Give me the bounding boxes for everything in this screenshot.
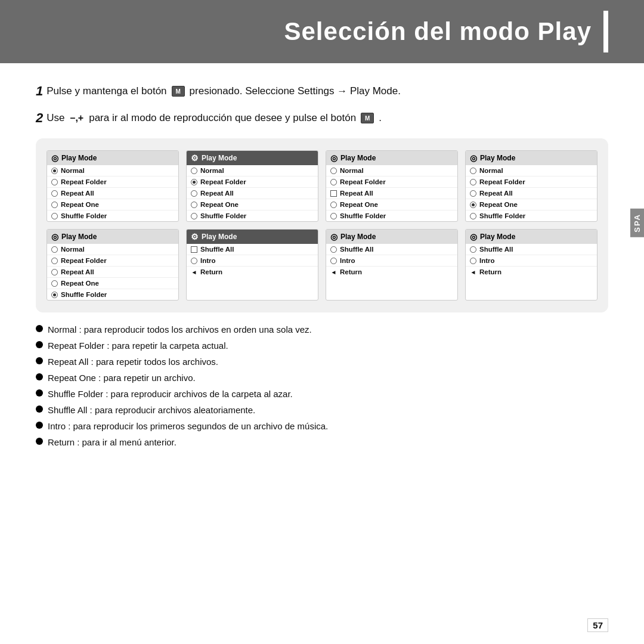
- bullet-dot: [36, 357, 43, 364]
- page-header: Selección del modo Play: [0, 0, 644, 63]
- menu-row-p3-2: Repeat All: [326, 188, 457, 199]
- bullet-dot: [36, 373, 43, 380]
- bullet-item-6: Intro : para reproducir los primeros seg…: [36, 420, 608, 432]
- menu-row-label-p5-2: Repeat All: [61, 268, 94, 275]
- gear-icon: ◎: [330, 153, 338, 163]
- panels-grid: ◎ Play Mode Normal Repeat Folder Repeat …: [36, 138, 608, 312]
- page-title: Selección del modo Play: [284, 17, 592, 46]
- menu-row-label-p7-2: Return: [340, 268, 362, 275]
- menu-row-p1-2: Repeat All: [47, 188, 178, 199]
- menu-panel-p5: ◎ Play Mode Normal Repeat Folder Repeat …: [47, 229, 179, 301]
- menu-row-p5-3: Repeat One: [47, 278, 178, 289]
- menu-row-p3-0: Normal: [326, 165, 457, 177]
- bullet-item-1: Repeat Folder : para repetir la carpeta …: [36, 339, 608, 352]
- menu-panel-p3: ◎ Play Mode Normal Repeat Folder Repeat …: [326, 150, 458, 222]
- menu-row-p1-1: Repeat Folder: [47, 177, 178, 188]
- panel-header-p6: ⚙ Play Mode: [187, 230, 318, 244]
- bullet-list: Normal : para reproducir todos los archi…: [36, 323, 608, 448]
- menu-row-label-p3-4: Shuffle Folder: [340, 212, 386, 219]
- menu-row-p1-0: Normal: [47, 165, 178, 177]
- bullet-dot: [36, 422, 43, 429]
- menu-row-label-p4-1: Repeat Folder: [479, 178, 525, 185]
- menu-row-p4-4: Shuffle Folder: [466, 210, 597, 221]
- menu-row-label-p2-4: Shuffle Folder: [200, 212, 246, 219]
- panel-title-p7: Play Mode: [340, 233, 376, 241]
- menu-row-label-p3-3: Repeat One: [340, 201, 378, 208]
- menu-row-label-p4-3: Repeat One: [479, 201, 518, 208]
- menu-row-p5-1: Repeat Folder: [47, 255, 178, 267]
- panel-title-p2: Play Mode: [202, 154, 237, 162]
- panel-title-p4: Play Mode: [480, 154, 515, 162]
- panel-header-p4: ◎ Play Mode: [466, 151, 597, 165]
- menu-panel-p1: ◎ Play Mode Normal Repeat Folder Repeat …: [47, 150, 179, 222]
- menu-row-label-p4-0: Normal: [479, 167, 503, 174]
- menu-row-label-p8-0: Shuffle All: [479, 246, 513, 253]
- menu-row-p1-4: Shuffle Folder: [47, 210, 178, 221]
- bullet-text-1: Repeat Folder : para repetir la carpeta …: [48, 339, 228, 352]
- step2: 2 Use –,+ para ir al modo de reproducció…: [36, 108, 608, 128]
- menu-row-p1-3: Repeat One: [47, 199, 178, 210]
- step2-number: 2: [36, 108, 43, 128]
- menu-row-label-p7-1: Intro: [340, 257, 355, 264]
- menu-row-p5-0: Normal: [47, 244, 178, 255]
- menu-row-label-p4-2: Repeat All: [479, 190, 513, 197]
- panel-title-p3: Play Mode: [340, 154, 376, 162]
- menu-row-label-p6-2: Return: [200, 268, 222, 275]
- m-button-icon2: M: [361, 113, 374, 123]
- panel-header-p7: ◎ Play Mode: [326, 230, 457, 244]
- bullet-text-7: Return : para ir al menú anterior.: [48, 436, 177, 448]
- panel-header-p8: ◎ Play Mode: [466, 230, 597, 244]
- menu-row-p4-1: Repeat Folder: [466, 177, 597, 188]
- menu-row-p2-0: Normal: [187, 165, 318, 177]
- menu-row-label-p8-2: Return: [479, 268, 501, 275]
- gear-icon: ◎: [51, 232, 58, 242]
- panel-header-p1: ◎ Play Mode: [47, 151, 178, 165]
- step2-text3: .: [379, 110, 382, 126]
- menu-row-label-p5-0: Normal: [61, 246, 85, 253]
- menu-row-label-p3-1: Repeat Folder: [340, 178, 386, 185]
- gear-icon: ◎: [51, 153, 58, 163]
- bullet-item-3: Repeat One : para repetir un archivo.: [36, 371, 608, 384]
- panel-title-p1: Play Mode: [61, 154, 97, 162]
- gear-icon: ◎: [470, 153, 477, 163]
- header-bar: [603, 11, 608, 52]
- panel-header-p3: ◎ Play Mode: [326, 151, 457, 165]
- bullet-item-0: Normal : para reproducir todos los archi…: [36, 323, 608, 336]
- panel-title-p6: Play Mode: [202, 233, 237, 241]
- menu-row-label-p5-3: Repeat One: [61, 280, 99, 287]
- gear-icon: ◎: [330, 232, 338, 242]
- main-content: 1 Pulse y mantenga el botón M presionado…: [0, 63, 644, 464]
- panel-header-p5: ◎ Play Mode: [47, 230, 178, 244]
- menu-row-p7-0: Shuffle All: [326, 244, 457, 255]
- step2-text2: para ir al modo de reproducción que dese…: [89, 110, 356, 126]
- menu-row-label-p1-1: Repeat Folder: [61, 178, 107, 185]
- menu-row-label-p6-1: Intro: [200, 257, 216, 264]
- menu-row-label-p8-1: Intro: [479, 257, 495, 264]
- menu-row-label-p2-1: Repeat Folder: [200, 178, 246, 185]
- menu-row-p7-1: Intro: [326, 255, 457, 267]
- menu-panel-p8: ◎ Play Mode Shuffle All Intro ◄ Return: [465, 229, 597, 301]
- spa-tab: SPA: [630, 209, 644, 237]
- bullet-item-7: Return : para ir al menú anterior.: [36, 436, 608, 448]
- menu-row-p6-0: Shuffle All: [187, 244, 318, 255]
- menu-row-p8-1: Intro: [466, 255, 597, 267]
- menu-panel-p7: ◎ Play Mode Shuffle All Intro ◄ Return: [326, 229, 458, 301]
- step1-text1: Pulse y mantenga el botón: [47, 83, 166, 99]
- bullet-text-4: Shuffle Folder : para reproducir archivo…: [48, 388, 293, 400]
- menu-row-label-p6-0: Shuffle All: [200, 246, 234, 253]
- menu-row-label-p1-4: Shuffle Folder: [61, 212, 107, 219]
- menu-row-p2-4: Shuffle Folder: [187, 210, 318, 221]
- menu-row-p4-2: Repeat All: [466, 188, 597, 199]
- bullet-item-5: Shuffle All : para reproducir archivos a…: [36, 404, 608, 416]
- menu-row-p8-0: Shuffle All: [466, 244, 597, 255]
- menu-row-label-p2-2: Repeat All: [200, 190, 234, 197]
- step1: 1 Pulse y mantenga el botón M presionado…: [36, 81, 608, 101]
- panel-header-p2: ⚙ Play Mode: [187, 151, 318, 165]
- menu-panel-p2: ⚙ Play Mode Normal Repeat Folder Repeat …: [186, 150, 318, 222]
- bullet-dot: [36, 325, 43, 332]
- menu-row-p5-4: Shuffle Folder: [47, 289, 178, 300]
- menu-row-p3-1: Repeat Folder: [326, 177, 457, 188]
- menu-row-p2-3: Repeat One: [187, 199, 318, 210]
- step1-number: 1: [36, 81, 43, 101]
- menu-row-p4-0: Normal: [466, 165, 597, 177]
